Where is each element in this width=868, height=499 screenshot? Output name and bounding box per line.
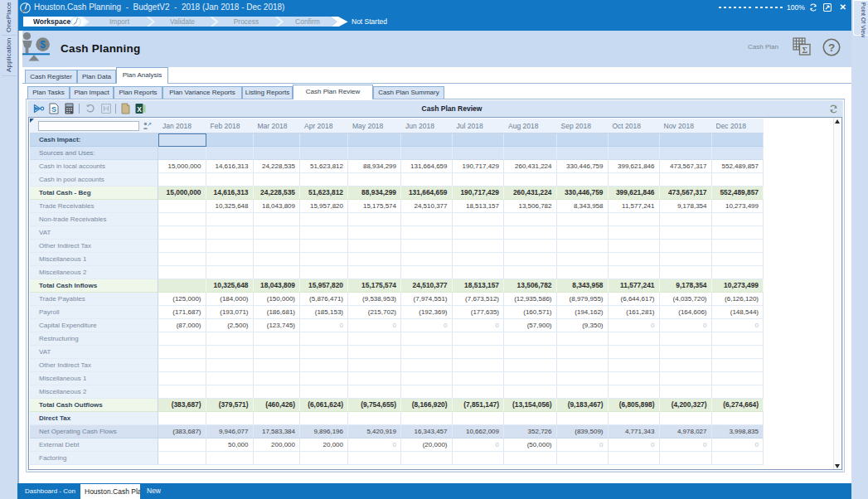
svg-text:X: X [137,105,142,114]
svg-text:?: ? [828,41,835,54]
svg-text:$: $ [40,39,46,51]
svg-text:S: S [51,105,56,114]
svg-text:Σ: Σ [802,46,807,55]
